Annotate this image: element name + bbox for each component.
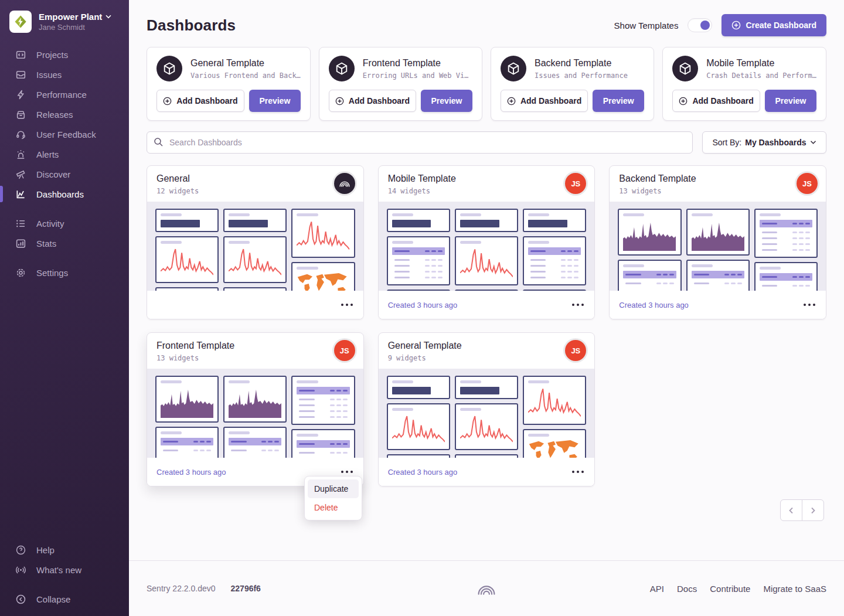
dashboard-title: Backend Template: [619, 173, 816, 184]
sidebar-item-collapse[interactable]: Collapse: [15, 589, 129, 609]
sidebar-item-help[interactable]: Help: [15, 540, 129, 560]
chevron-down-icon: [106, 15, 111, 19]
dashboard-card-mobile-template[interactable]: Mobile Template 14 widgets JS: [378, 165, 595, 319]
template-card-mobile: Mobile Template Crash Details and Perfor…: [662, 47, 826, 121]
sentry-logo-icon: [477, 578, 496, 598]
sidebar-item-discover[interactable]: Discover: [15, 164, 129, 184]
user-avatar: JS: [334, 340, 355, 361]
activity-icon: [15, 218, 26, 229]
template-subtitle: Erroring URLs and Web Vi…: [363, 72, 469, 80]
sidebar-item-label: Collapse: [36, 594, 70, 604]
previous-page-button[interactable]: [780, 499, 802, 521]
created-text: Created 3 hours ago: [388, 468, 458, 477]
footer-link-contribute[interactable]: Contribute: [710, 584, 750, 594]
version-text: Sentry 22.2.0.dev0: [147, 584, 216, 593]
preview-button[interactable]: Preview: [421, 90, 472, 112]
show-templates-toggle[interactable]: [688, 18, 712, 32]
add-dashboard-button[interactable]: Add Dashboard: [672, 90, 760, 112]
menu-item-duplicate[interactable]: Duplicate: [308, 479, 359, 498]
template-title: Backend Template: [535, 58, 628, 69]
dashboard-card-general-template[interactable]: General Template 9 widgets JS: [378, 332, 595, 486]
sidebar-item-dashboards[interactable]: Dashboards: [15, 184, 129, 204]
preview-button[interactable]: Preview: [593, 90, 644, 112]
sidebar-nav: Projects Issues Performance Releases Use…: [0, 45, 129, 283]
chevron-right-icon: [809, 506, 816, 515]
sidebar-item-activity[interactable]: Activity: [15, 213, 129, 233]
sidebar-item-whats-new[interactable]: What's new: [15, 560, 129, 580]
footer-link-api[interactable]: API: [650, 584, 664, 594]
add-dashboard-label: Add Dashboard: [349, 96, 410, 105]
sentry-avatar: [334, 173, 355, 194]
created-text: Created 3 hours ago: [388, 301, 458, 309]
sidebar-item-label: User Feedback: [36, 130, 96, 139]
template-cube-icon: [672, 56, 698, 81]
preview-label: Preview: [775, 96, 806, 105]
add-dashboard-label: Add Dashboard: [692, 96, 753, 105]
create-dashboard-button[interactable]: Create Dashboard: [722, 14, 826, 36]
search-icon: [154, 137, 164, 147]
footer-link-migrate[interactable]: Migrate to SaaS: [763, 584, 826, 594]
user-feedback-icon: [15, 129, 26, 140]
circle-plus-icon: [731, 21, 741, 30]
search-input[interactable]: [147, 131, 693, 154]
circle-plus-icon: [335, 97, 344, 105]
card-menu-button[interactable]: [340, 467, 354, 477]
empower-plant-logo-icon: [13, 15, 28, 29]
projects-icon: [15, 49, 26, 60]
next-page-button[interactable]: [802, 499, 824, 521]
sidebar-item-alerts[interactable]: Alerts: [15, 144, 129, 164]
add-dashboard-button[interactable]: Add Dashboard: [329, 90, 416, 112]
dashboard-preview: [147, 202, 363, 291]
preview-label: Preview: [603, 96, 634, 105]
dashboards-icon: [15, 189, 26, 200]
performance-icon: [15, 89, 26, 100]
widget-count: 14 widgets: [388, 187, 586, 195]
sidebar-item-settings[interactable]: Settings: [15, 263, 129, 283]
add-dashboard-button[interactable]: Add Dashboard: [501, 90, 588, 112]
sort-prefix: Sort By:: [712, 138, 741, 147]
sidebar-item-projects[interactable]: Projects: [15, 45, 129, 64]
footer-link-docs[interactable]: Docs: [677, 584, 697, 594]
preview-button[interactable]: Preview: [249, 90, 301, 112]
template-cube-icon: [329, 56, 355, 81]
widget-count: 13 widgets: [156, 354, 354, 362]
sidebar-item-label: Projects: [36, 50, 68, 60]
widget-count: 9 widgets: [388, 354, 586, 362]
sort-by-dropdown[interactable]: Sort By: My Dashboards: [702, 131, 826, 154]
sidebar-item-label: Performance: [36, 90, 87, 100]
pagination: [780, 499, 824, 521]
preview-button[interactable]: Preview: [765, 90, 816, 112]
template-title: General Template: [190, 58, 301, 69]
issues-icon: [15, 69, 26, 80]
dashboard-preview: [610, 202, 826, 291]
sidebar-item-label: What's new: [36, 565, 81, 575]
add-dashboard-button[interactable]: Add Dashboard: [156, 90, 244, 112]
circle-plus-icon: [679, 97, 688, 105]
build-hash: 22796f6: [231, 584, 261, 593]
card-menu-button[interactable]: [571, 300, 585, 309]
sidebar-item-label: Alerts: [36, 149, 59, 159]
card-menu-button[interactable]: [802, 300, 816, 309]
broadcast-icon: [15, 564, 26, 576]
dashboard-title: Frontend Template: [156, 341, 354, 351]
sidebar-item-label: Dashboards: [36, 189, 84, 199]
sidebar-item-stats[interactable]: Stats: [15, 233, 129, 253]
releases-icon: [15, 109, 26, 120]
sidebar-item-user-feedback[interactable]: User Feedback: [15, 124, 129, 144]
dashboard-card-frontend-template[interactable]: Frontend Template 13 widgets JS: [147, 332, 364, 486]
sidebar-item-releases[interactable]: Releases: [15, 104, 129, 124]
add-dashboard-label: Add Dashboard: [176, 96, 237, 105]
org-switcher[interactable]: Empower Plant Jane Schmidt: [0, 0, 129, 45]
chevron-down-icon: [810, 140, 816, 145]
sidebar-item-performance[interactable]: Performance: [15, 84, 129, 104]
card-menu-button[interactable]: [340, 300, 354, 309]
org-name: Empower Plant: [39, 12, 102, 22]
card-menu-button[interactable]: [571, 467, 585, 477]
dashboard-title: General Template: [388, 341, 586, 351]
card-context-menu: Duplicate Delete: [304, 476, 362, 520]
sidebar-item-issues[interactable]: Issues: [15, 64, 129, 84]
menu-item-delete[interactable]: Delete: [308, 498, 359, 517]
dashboard-card-general[interactable]: General 12 widgets: [147, 165, 364, 319]
widget-count: 13 widgets: [619, 187, 816, 195]
dashboard-card-backend-template[interactable]: Backend Template 13 widgets JS: [609, 165, 826, 319]
